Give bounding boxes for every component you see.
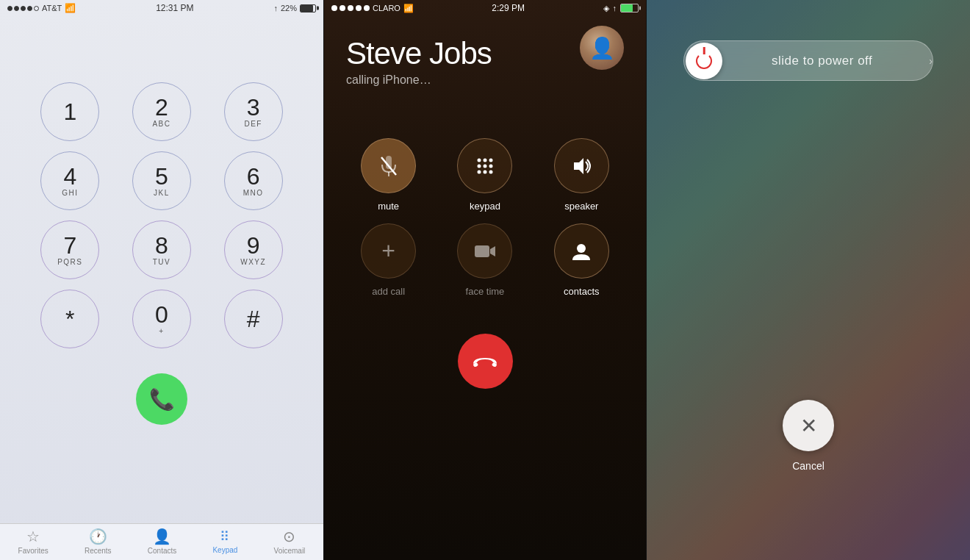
add-call-circle: +	[361, 223, 416, 279]
key-4[interactable]: 4 GHI	[40, 151, 99, 210]
carrier-label-dialer: AT&T	[42, 4, 62, 12]
facetime-icon	[474, 243, 496, 259]
avatar-image: 👤	[580, 26, 624, 70]
tab-keypad[interactable]: ⠿ Keypad	[212, 528, 237, 554]
power-icon	[696, 53, 712, 69]
speaker-label: speaker	[564, 201, 598, 212]
contacts-icon: 👤	[153, 528, 171, 545]
svg-point-8	[489, 164, 492, 168]
key-6[interactable]: 6 MNO	[224, 151, 283, 210]
tab-voicemail[interactable]: ⊙ Voicemail	[274, 528, 306, 555]
key-2[interactable]: 2 ABC	[132, 82, 191, 141]
mute-icon	[378, 154, 399, 178]
keypad-grid: 1 2 ABC 3 DEF 4 GHI 5 JKL 6 MNO	[0, 75, 323, 356]
mute-button[interactable]: mute	[346, 138, 431, 212]
favorites-icon: ☆	[26, 528, 40, 545]
svg-point-15	[577, 244, 586, 253]
voicemail-icon: ⊙	[283, 528, 295, 545]
speaker-button[interactable]: speaker	[539, 138, 624, 212]
battery-icon-dialer	[300, 4, 316, 12]
call-carrier-label: CLARO	[373, 4, 400, 12]
cancel-label: Cancel	[792, 460, 824, 472]
contacts-circle	[554, 223, 609, 279]
call-button[interactable]: 📞	[136, 373, 187, 425]
status-bar-dialer: AT&T 📶 12:31 PM ↑ 22%	[0, 0, 323, 16]
svg-marker-12	[574, 158, 583, 174]
dialer-panel: AT&T 📶 12:31 PM ↑ 22% 1 2 ABC 3	[0, 0, 323, 560]
signal-dots	[7, 6, 39, 11]
add-call-label: add call	[372, 286, 405, 297]
call-controls: mute keypad speaker	[324, 94, 646, 312]
keypad-label: keypad	[470, 201, 500, 212]
wifi-icon: 📶	[65, 3, 76, 13]
battery-percent-dialer: 22%	[281, 4, 297, 12]
end-call-icon	[473, 356, 497, 367]
keypad-button[interactable]: keypad	[442, 138, 527, 212]
svg-rect-13	[475, 245, 489, 257]
power-off-slider[interactable]: slide to power off ›	[683, 40, 933, 81]
key-9[interactable]: 9 WXYZ	[224, 220, 283, 279]
svg-point-6	[477, 164, 481, 168]
tab-contacts[interactable]: 👤 Contacts	[148, 528, 176, 555]
status-bar-call: CLARO 📶 2:29 PM ◈ ↑	[324, 0, 646, 16]
svg-marker-14	[490, 246, 495, 256]
key-8[interactable]: 8 TUV	[132, 220, 191, 279]
battery-icon-call	[620, 4, 639, 12]
signal-dot-2	[14, 6, 19, 11]
cancel-button[interactable]: ✕	[783, 400, 834, 451]
key-3[interactable]: 3 DEF	[224, 82, 283, 141]
svg-point-4	[483, 158, 486, 162]
key-7[interactable]: 7 PQRS	[40, 220, 99, 279]
cancel-area: ✕ Cancel	[783, 400, 834, 472]
tab-favorites[interactable]: ☆ Favorites	[18, 528, 48, 555]
end-call-button[interactable]	[458, 334, 513, 389]
facetime-label: face time	[466, 286, 505, 297]
svg-point-9	[477, 170, 481, 173]
tab-keypad-label: Keypad	[212, 546, 237, 554]
contacts-icon	[571, 241, 592, 262]
tab-favorites-label: Favorites	[18, 547, 48, 555]
signal-dot-4	[27, 6, 32, 11]
tab-recents[interactable]: 🕐 Recents	[85, 528, 112, 555]
key-5[interactable]: 5 JKL	[132, 151, 191, 210]
add-call-button[interactable]: + add call	[346, 223, 431, 297]
key-1[interactable]: 1	[40, 82, 99, 141]
call-dot-3	[348, 5, 353, 11]
battery-fill-dialer	[301, 5, 313, 12]
key-0[interactable]: 0 +	[132, 290, 191, 348]
tab-voicemail-label: Voicemail	[274, 547, 306, 555]
tab-contacts-label: Contacts	[148, 547, 176, 555]
contacts-label: contacts	[564, 286, 599, 297]
call-time: 2:29 PM	[492, 3, 525, 13]
svg-point-3	[477, 158, 481, 162]
dialer-body: 1 2 ABC 3 DEF 4 GHI 5 JKL 6 MNO	[0, 16, 323, 523]
signal-dot-5	[34, 6, 39, 11]
slider-arrow-icon: ›	[929, 55, 933, 67]
call-dot-4	[356, 5, 362, 11]
power-knob[interactable]	[686, 43, 722, 79]
key-hash[interactable]: #	[224, 290, 283, 348]
call-dot-5	[364, 5, 370, 11]
status-right-dialer: ↑ 22%	[273, 4, 316, 12]
keypad-icon	[475, 157, 495, 176]
recents-icon: 🕐	[89, 528, 107, 545]
call-button-area: 📞	[136, 373, 187, 425]
cancel-x-icon: ✕	[800, 414, 817, 438]
tab-bar: ☆ Favorites 🕐 Recents 👤 Contacts ⠿ Keypa…	[0, 523, 323, 560]
call-status-icons: ◈ ↑	[603, 4, 639, 13]
call-dot-2	[340, 5, 345, 11]
keypad-circle	[457, 138, 512, 193]
signal-dot-3	[21, 6, 26, 11]
contacts-button[interactable]: contacts	[539, 223, 624, 297]
end-call-area	[324, 334, 646, 389]
call-wifi-icon: 📶	[403, 4, 414, 13]
call-signal-dots	[331, 5, 370, 11]
mute-label: mute	[378, 201, 399, 212]
blur-overlay	[647, 0, 970, 560]
location-icon: ↑	[273, 4, 278, 12]
facetime-button[interactable]: face time	[442, 223, 527, 297]
key-star[interactable]: *	[40, 290, 99, 348]
signal-dot-1	[7, 6, 12, 11]
svg-point-7	[483, 164, 486, 168]
location-icon-call: ◈	[603, 4, 609, 13]
